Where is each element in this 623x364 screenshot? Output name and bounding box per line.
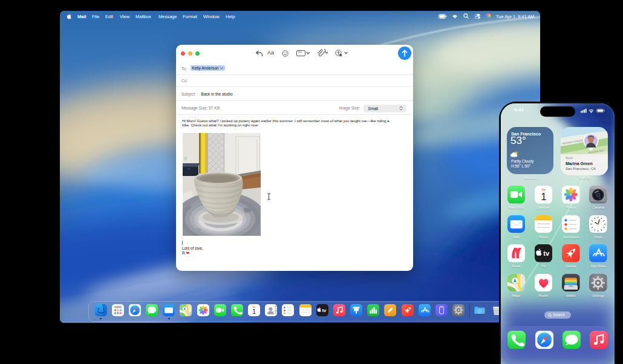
svg-text:Now: Now (566, 156, 573, 160)
svg-text:1: 1 (541, 191, 546, 202)
svg-text:Tue: Tue (541, 189, 546, 191)
svg-text:Marina Green: Marina Green (566, 161, 593, 166)
svg-text:1: 1 (252, 308, 256, 315)
svg-text:tv: tv (543, 250, 550, 257)
svg-text:tv: tv (322, 308, 327, 313)
svg-text:San Francisco, CA: San Francisco, CA (566, 167, 596, 171)
